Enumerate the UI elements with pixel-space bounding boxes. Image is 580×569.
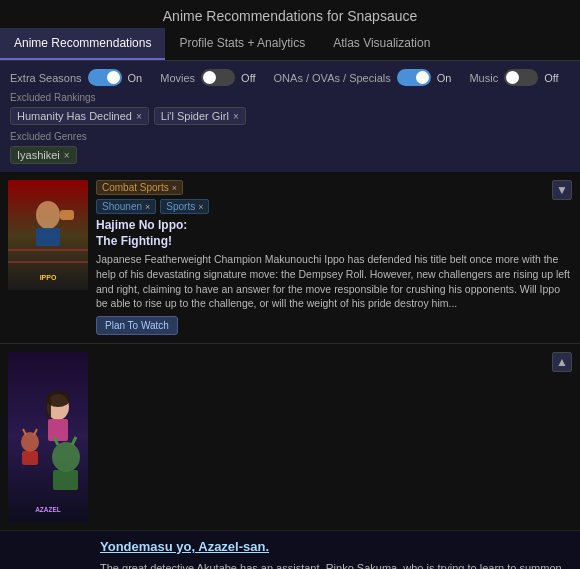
excluded-genres-label: Excluded Genres (10, 131, 570, 142)
azazel-info (96, 352, 572, 522)
extra-seasons-label: Extra Seasons (10, 72, 82, 84)
svg-point-3 (36, 201, 60, 229)
svg-text:AZAZEL: AZAZEL (35, 506, 61, 513)
ippo-expand-btn[interactable]: ▼ (552, 180, 572, 200)
ovas-label: ONAs / OVAs / Specials (274, 72, 391, 84)
extra-seasons-toggle[interactable] (88, 69, 122, 86)
extra-seasons-state: On (128, 72, 143, 84)
ippo-image: IPPO (8, 180, 88, 290)
toggle-group-movies: Movies Off (160, 69, 255, 86)
azazel-collapse-btn[interactable]: ▲ (552, 352, 572, 372)
svg-rect-4 (36, 228, 60, 246)
azazel-image: AZAZEL (8, 352, 88, 522)
music-toggle[interactable] (504, 69, 538, 86)
music-state: Off (544, 72, 558, 84)
page-title: Anime Recommendations for Snapsauce (0, 0, 580, 28)
ippo-plan-btn[interactable]: Plan To Watch (96, 316, 178, 335)
svg-text:IPPO: IPPO (40, 274, 57, 281)
ippo-desc: Japanese Featherweight Champion Makunouc… (96, 252, 572, 311)
movies-toggle[interactable] (201, 69, 235, 86)
svg-rect-9 (48, 419, 68, 441)
svg-point-16 (52, 442, 80, 472)
tag-sports[interactable]: Sports × (160, 199, 209, 214)
svg-rect-11 (46, 398, 51, 418)
tab-atlas[interactable]: Atlas Visualization (319, 28, 444, 60)
azazel-expanded-desc: The great detective Akutabe has an assis… (100, 560, 570, 569)
excluded-rankings-section: Excluded Rankings Humanity Has Declined … (10, 92, 570, 125)
toggle-group-extra-seasons: Extra Seasons On (10, 69, 142, 86)
anime-card-ippo: IPPO Combat Sports × Shounen × Spor (0, 172, 580, 344)
svg-rect-5 (60, 210, 74, 220)
ovas-state: On (437, 72, 452, 84)
azazel-expanded-title: Yondemasu yo, Azazel-san. (100, 539, 570, 554)
ippo-info: Combat Sports × Shounen × Sports × Hajim… (96, 180, 572, 335)
excluded-tag-iyashikei[interactable]: Iyashikei × (10, 146, 77, 164)
svg-rect-17 (53, 470, 78, 490)
controls-bar: Extra Seasons On Movies Off ONAs / OVAs … (0, 61, 580, 172)
excluded-rankings-label: Excluded Rankings (10, 92, 570, 103)
toggle-group-ovas: ONAs / OVAs / Specials On (274, 69, 452, 86)
tab-recommendations[interactable]: Anime Recommendations (0, 28, 165, 60)
movies-state: Off (241, 72, 255, 84)
anime-card-azazel: AZAZEL ▲ Yondemasu yo, Azazel-san. The g… (0, 344, 580, 569)
ovas-toggle[interactable] (397, 69, 431, 86)
movies-label: Movies (160, 72, 195, 84)
svg-rect-13 (22, 451, 38, 465)
tag-shounen[interactable]: Shounen × (96, 199, 156, 214)
tag-combat-sports[interactable]: Combat Sports × (96, 180, 183, 195)
svg-point-12 (21, 432, 39, 452)
toggle-group-music: Music Off (469, 69, 558, 86)
excluded-tag-spidergirl[interactable]: Li'l Spider Girl × (154, 107, 246, 125)
tab-profile-stats[interactable]: Profile Stats + Analytics (165, 28, 319, 60)
anime-list: IPPO Combat Sports × Shounen × Spor (0, 172, 580, 569)
ippo-title: Hajime No Ippo:The Fighting! (96, 218, 572, 249)
tabs-bar: Anime Recommendations Profile Stats + An… (0, 28, 580, 61)
music-label: Music (469, 72, 498, 84)
excluded-genres-section: Excluded Genres Iyashikei × (10, 131, 570, 164)
azazel-expanded-content: Yondemasu yo, Azazel-san. The great dete… (0, 530, 580, 569)
excluded-tag-humanity[interactable]: Humanity Has Declined × (10, 107, 149, 125)
